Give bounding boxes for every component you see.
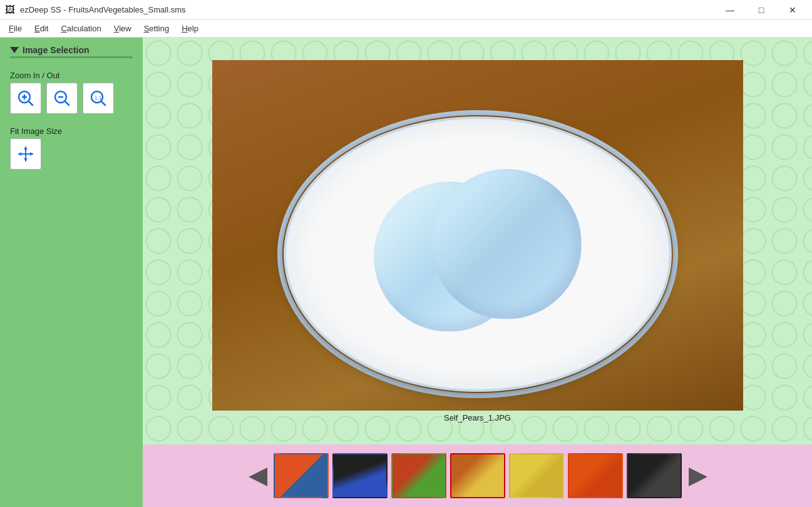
menu-bar: File Edit Calculation View Setting Help (0, 20, 812, 38)
zoom-out-button[interactable] (46, 83, 78, 114)
zoom-1to1-icon: 1:1 (90, 90, 107, 107)
svg-marker-15 (30, 152, 33, 156)
image-selection-section: Image Selection (10, 45, 133, 55)
pear-right (431, 169, 582, 319)
thumbnail-7[interactable] (627, 453, 682, 498)
image-caption: Self_Pears_1.JPG (444, 413, 511, 422)
zoom-buttons-group: 1:1 (10, 83, 133, 114)
menu-file[interactable]: File (3, 21, 28, 36)
svg-line-3 (29, 101, 33, 105)
menu-view[interactable]: View (108, 21, 138, 36)
menu-setting[interactable]: Setting (138, 21, 175, 36)
zoom-in-icon (17, 90, 34, 107)
thumbnails-row (274, 453, 682, 498)
minimize-button[interactable]: — (716, 0, 744, 20)
title-bar-left: 🖼 ezDeep SS - FruitsAndVegetables_Small.… (5, 4, 185, 16)
maximize-button[interactable]: □ (747, 0, 776, 20)
thumbnail-strip: ◀ ▶ (143, 444, 812, 507)
section-divider (10, 56, 133, 58)
zoom-in-button[interactable] (10, 83, 41, 114)
thumbnail-2[interactable] (332, 453, 388, 498)
fit-image-button[interactable] (10, 138, 41, 170)
zoom-label: Zoom In / Out (10, 71, 133, 80)
zoom-out-icon (53, 90, 71, 107)
plate (284, 116, 672, 392)
thumbnail-5[interactable] (509, 453, 564, 498)
fit-image-icon (16, 145, 35, 163)
image-selection-label: Image Selection (23, 45, 90, 55)
app-icon: 🖼 (5, 4, 15, 16)
thumbnail-6[interactable] (568, 453, 623, 498)
prev-arrow-button[interactable]: ◀ (242, 454, 274, 498)
close-button[interactable]: ✕ (778, 0, 807, 20)
collapse-icon[interactable] (10, 47, 19, 53)
main-image (212, 60, 743, 411)
thumbnail-4[interactable] (450, 453, 505, 498)
title-bar: 🖼 ezDeep SS - FruitsAndVegetables_Small.… (0, 0, 812, 20)
svg-marker-12 (24, 146, 28, 150)
svg-marker-13 (24, 158, 28, 161)
image-plate-bg (212, 60, 743, 411)
image-view-area: Self_Pears_1.JPG (143, 38, 812, 444)
svg-marker-14 (18, 152, 21, 156)
sidebar: Image Selection Zoom In / Out (0, 38, 143, 507)
thumbnail-3[interactable] (391, 453, 446, 498)
main-layout: Image Selection Zoom In / Out (0, 38, 812, 507)
svg-line-6 (65, 101, 69, 105)
menu-help[interactable]: Help (175, 21, 205, 36)
fit-label: Fit Image Size (10, 126, 133, 136)
menu-calculation[interactable]: Calculation (54, 21, 107, 36)
svg-line-9 (101, 101, 105, 105)
window-title: ezDeep SS - FruitsAndVegetables_Small.sm… (20, 5, 185, 14)
thumbnail-1[interactable] (274, 453, 329, 498)
next-arrow-button[interactable]: ▶ (682, 454, 713, 498)
menu-edit[interactable]: Edit (28, 21, 54, 36)
svg-text:1:1: 1:1 (95, 95, 102, 101)
zoom-1to1-button[interactable]: 1:1 (83, 83, 114, 114)
window-controls: — □ ✕ (716, 0, 807, 20)
content-area: Self_Pears_1.JPG ◀ ▶ (143, 38, 812, 507)
main-image-container: Self_Pears_1.JPG (212, 60, 743, 422)
